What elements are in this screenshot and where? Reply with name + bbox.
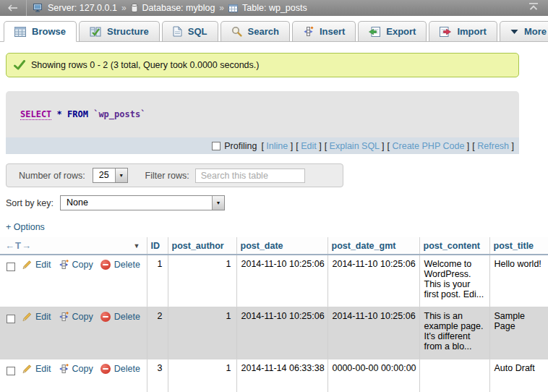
table-body: EditCopyDelete112014-11-10 10:25:062014-… xyxy=(0,255,548,392)
collapse-console-button[interactable] xyxy=(519,3,548,13)
edit-icon xyxy=(22,312,32,322)
cell-post_date: 2014-11-10 10:25:06 xyxy=(236,255,327,307)
cell-id: 2 xyxy=(147,307,168,359)
sql-action-edit[interactable]: Edit xyxy=(301,141,317,151)
options-dropdown-icon[interactable]: ▼ xyxy=(134,242,140,250)
tab-label: More xyxy=(524,26,547,37)
import-icon xyxy=(440,27,451,37)
row-action-delete[interactable]: Delete xyxy=(100,312,140,322)
tab-label: Search xyxy=(248,26,279,37)
row-action-label: Delete xyxy=(114,260,140,270)
filter-rows-input[interactable] xyxy=(195,169,305,183)
cell-post_author: 1 xyxy=(168,307,236,359)
sort-by-key-select[interactable]: None ▼ xyxy=(60,195,225,210)
column-header-post_author[interactable]: post_author xyxy=(168,237,236,255)
sql-text: * FROM xyxy=(51,109,93,119)
sql-action-inline[interactable]: Inline xyxy=(266,141,288,151)
copy-icon xyxy=(59,312,69,322)
cell-post_date: 2014-11-10 10:25:06 xyxy=(236,307,327,359)
sql-footer-link-wrap: [ Explain SQL ] xyxy=(325,141,385,151)
table-row: EditCopyDelete212014-11-10 10:25:062014-… xyxy=(0,307,548,359)
table-row: EditCopyDelete312014-11-14 06:33:380000-… xyxy=(0,359,548,392)
row-checkbox[interactable] xyxy=(7,367,15,375)
collapse-top-icon xyxy=(528,3,539,11)
insert-icon xyxy=(303,26,314,37)
row-action-label: Edit xyxy=(35,260,51,270)
number-of-rows-label: Number of rows: xyxy=(19,171,85,181)
cell-post_title: Auto Draft xyxy=(489,359,548,392)
cell-post_date_gmt: 2014-11-10 10:25:06 xyxy=(327,307,419,359)
row-action-delete[interactable]: Delete xyxy=(100,260,140,270)
sql-table-identifier: `wp_posts` xyxy=(93,109,145,119)
table-row: EditCopyDelete112014-11-10 10:25:062014-… xyxy=(0,255,548,307)
sql-footer: Profiling [ Inline ][ Edit ][ Explain SQ… xyxy=(6,137,519,154)
sql-keyword[interactable]: SELECT xyxy=(20,109,51,120)
tab-import[interactable]: Import xyxy=(429,21,497,42)
number-of-rows-select[interactable]: 25 ▼ xyxy=(93,168,128,183)
column-header-post_date[interactable]: post_date xyxy=(236,237,327,255)
row-action-label: Copy xyxy=(72,260,93,270)
row-checkbox[interactable] xyxy=(7,263,15,271)
cell-post_author: 1 xyxy=(168,255,236,307)
back-button[interactable] xyxy=(0,0,27,16)
row-action-edit[interactable]: Edit xyxy=(22,260,51,270)
breadcrumb-item-table[interactable]: Table: wp_posts xyxy=(242,3,307,13)
row-options-panel: Number of rows: 25 ▼ Filter rows: xyxy=(6,163,343,187)
tab-export[interactable]: Export xyxy=(358,21,427,42)
filter-rows-label: Filter rows: xyxy=(145,171,189,181)
delete-icon xyxy=(100,260,111,270)
row-checkbox[interactable] xyxy=(7,315,15,323)
tab-label: SQL xyxy=(188,26,207,37)
export-icon xyxy=(369,27,380,37)
cell-id: 3 xyxy=(147,359,168,392)
tab-label: Structure xyxy=(107,26,149,37)
edit-icon xyxy=(22,364,32,374)
column-header-id[interactable]: ID xyxy=(147,237,168,255)
tab-more[interactable]: More xyxy=(500,21,548,42)
results-table: ←T→ ▼ IDpost_authorpost_datepost_date_gm… xyxy=(0,237,548,392)
row-action-label: Delete xyxy=(114,364,140,374)
row-action-delete[interactable]: Delete xyxy=(100,364,140,374)
transpose-icon[interactable]: ←T→ xyxy=(5,240,32,251)
row-action-edit[interactable]: Edit xyxy=(22,312,51,322)
arrow-left-icon xyxy=(8,4,19,12)
row-action-edit[interactable]: Edit xyxy=(22,364,51,374)
cell-post_date: 2014-11-14 06:33:38 xyxy=(236,359,327,392)
server-icon xyxy=(33,4,43,12)
column-header-post_date_gmt[interactable]: post_date_gmt xyxy=(327,237,419,255)
column-header-post_title[interactable]: post_title xyxy=(489,237,548,255)
search-icon xyxy=(231,26,242,37)
tab-label: Browse xyxy=(32,26,66,37)
row-action-copy[interactable]: Copy xyxy=(59,364,93,374)
status-message-text: Showing rows 0 - 2 (3 total, Query took … xyxy=(31,60,259,70)
cell-post_author: 1 xyxy=(168,359,236,392)
tab-search[interactable]: Search xyxy=(221,21,290,42)
database-icon xyxy=(131,4,138,12)
sort-by-key-label: Sort by key: xyxy=(6,198,53,208)
table-icon xyxy=(228,4,238,12)
cell-post_title: Sample Page xyxy=(489,307,548,359)
tab-structure[interactable]: Structure xyxy=(79,21,160,42)
copy-icon xyxy=(59,364,69,374)
tab-insert[interactable]: Insert xyxy=(292,21,356,42)
tab-browse[interactable]: Browse xyxy=(4,21,77,42)
check-icon xyxy=(14,60,25,70)
options-toggle-link[interactable]: + Options xyxy=(6,222,45,232)
profiling-checkbox[interactable] xyxy=(212,142,221,150)
actions-header: ←T→ ▼ xyxy=(0,237,147,255)
sql-action-create-php-code[interactable]: Create PHP Code xyxy=(393,141,465,151)
cell-post_title: Hello world! xyxy=(489,255,548,307)
row-action-copy[interactable]: Copy xyxy=(59,312,93,322)
sql-action-explain-sql[interactable]: Explain SQL xyxy=(330,141,380,151)
breadcrumb-item-database[interactable]: Database: myblog xyxy=(142,3,215,13)
row-action-copy[interactable]: Copy xyxy=(59,260,93,270)
breadcrumb-separator: » xyxy=(121,3,127,13)
cell-post_content xyxy=(419,359,489,392)
chevron-down-icon xyxy=(510,29,518,35)
tab-label: Import xyxy=(457,26,486,37)
tab-sql[interactable]: SQL xyxy=(162,21,218,42)
sql-action-refresh[interactable]: Refresh xyxy=(477,141,509,151)
column-header-post_content[interactable]: post_content xyxy=(419,237,489,255)
breadcrumb-item-server[interactable]: Server: 127.0.0.1 xyxy=(48,3,117,13)
row-action-label: Edit xyxy=(35,364,51,374)
